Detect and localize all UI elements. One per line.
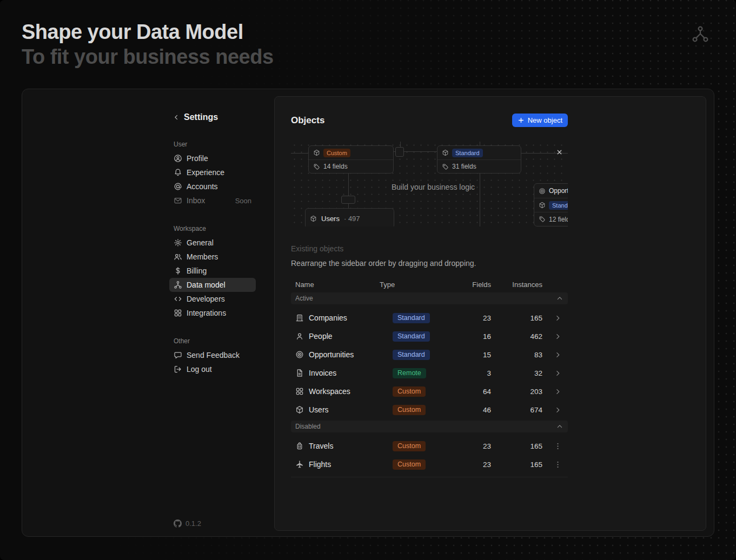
fields-count: 3 (461, 369, 493, 377)
table-group-header-disabled[interactable]: Disabled (291, 421, 568, 432)
object-row-companies[interactable]: Companies Standard 23 165 (291, 309, 568, 327)
table-header: Name Type Fields Instances (291, 278, 568, 291)
object-name: Invoices (309, 369, 336, 377)
sidebar-section-label: Other (169, 337, 256, 346)
tag-icon (442, 163, 449, 170)
sidebar-item-label: Log out (187, 365, 212, 374)
instances-count: 165 (493, 442, 545, 450)
table-group-header-active[interactable]: Active (291, 292, 568, 304)
canvas-node-custom[interactable]: Custom 14 fields (308, 145, 394, 174)
object-row-flights[interactable]: Flights Custom 23 165 (291, 455, 568, 474)
sidebar-item-profile[interactable]: Profile (169, 151, 256, 165)
bell-icon (174, 168, 182, 177)
row-action-button[interactable] (553, 441, 562, 451)
type-badge: Standard (393, 350, 430, 360)
row-action-button[interactable] (553, 386, 562, 396)
instances-count: 203 (493, 388, 545, 396)
canvas-node-opportunities[interactable]: Opportunities Standard 12 fields (534, 183, 568, 226)
sidebar-item-label: Experience (187, 168, 224, 177)
sidebar-item-log-out[interactable]: Log out (169, 362, 256, 376)
node-row: 12 fields (534, 212, 568, 226)
objects-table: Name Type Fields Instances Active Compan… (291, 278, 568, 477)
canvas-node-users[interactable]: Users · 497 (305, 208, 394, 226)
objects-panel-content: Objects New object (275, 97, 568, 477)
building-icon (295, 314, 304, 322)
row-action-button[interactable] (553, 313, 562, 323)
chevron-left-icon (173, 114, 180, 121)
connector-port (395, 147, 404, 157)
node-row: Standard (437, 146, 521, 159)
settings-back-label: Settings (184, 112, 218, 122)
plane-icon (295, 460, 304, 469)
canvas-node-standard[interactable]: Standard 31 fields (437, 145, 521, 174)
sidebar-item-label: Inbox (187, 196, 205, 205)
row-action-button[interactable] (553, 350, 562, 359)
object-row-invoices[interactable]: Invoices Remote 3 32 (291, 364, 568, 382)
plus-icon (518, 117, 525, 124)
object-row-workspaces[interactable]: Workspaces Custom 64 203 (291, 382, 568, 401)
row-action-button[interactable] (553, 331, 562, 341)
custom-badge: Custom (323, 149, 350, 157)
node-row: Custom (309, 146, 393, 159)
object-row-users[interactable]: Users Custom 46 674 (291, 401, 568, 419)
sidebar-item-send-feedback[interactable]: Send Feedback (169, 348, 256, 362)
chevron-up-icon (556, 423, 563, 430)
object-row-travels[interactable]: Travels Custom 23 165 (291, 437, 568, 455)
instances-count: 32 (493, 369, 545, 377)
tag-icon (313, 163, 320, 170)
sidebar-item-developers[interactable]: Developers (169, 292, 256, 306)
type-badge: Standard (393, 331, 430, 342)
sidebar-item-billing[interactable]: Billing (169, 264, 256, 278)
data-model-canvas[interactable]: Custom 14 fields Standard (291, 142, 568, 226)
fields-label: 14 fields (323, 163, 348, 170)
settings-back-button[interactable]: Settings (169, 111, 256, 123)
group-label: Active (295, 295, 313, 302)
row-action-button[interactable] (553, 405, 562, 415)
fields-count: 23 (461, 314, 493, 322)
hero: Shape your Data Model To fit your busine… (22, 19, 274, 69)
existing-objects-description: Rearrange the sidebar order by dragging … (291, 259, 568, 268)
sidebar-item-label: Members (187, 252, 218, 261)
tag-icon (539, 216, 546, 223)
hierarchy-icon (174, 281, 182, 289)
instances-count: 83 (493, 351, 545, 359)
standard-badge: Standard (549, 201, 568, 210)
sidebar-item-label: Send Feedback (187, 351, 240, 359)
sidebar-item-general[interactable]: General (169, 236, 256, 250)
sidebar-section-user: User Profile Experience Accounts (169, 141, 256, 208)
code-icon (174, 295, 182, 303)
cube-icon (310, 215, 317, 222)
sidebar-item-integrations[interactable]: Integrations (169, 306, 256, 320)
page: Shape your Data Model To fit your busine… (0, 0, 736, 560)
sidebar-section-label: User (169, 141, 256, 149)
row-action-button[interactable] (553, 459, 562, 469)
sidebar-item-accounts[interactable]: Accounts (169, 179, 256, 194)
cube-icon (539, 202, 546, 209)
instances-count: 165 (493, 314, 545, 322)
sidebar-item-data-model[interactable]: Data model (169, 278, 256, 292)
apps-icon (295, 387, 304, 396)
canvas-close-button[interactable] (554, 147, 564, 157)
type-badge: Standard (393, 313, 430, 323)
fields-label: 31 fields (452, 163, 476, 170)
new-object-button[interactable]: New object (512, 114, 568, 127)
page-subtitle: To fit your business needs (22, 44, 274, 69)
sidebar-item-label: Profile (187, 154, 208, 163)
row-action-button[interactable] (553, 368, 562, 378)
at-icon (174, 182, 182, 191)
sidebar-item-inbox[interactable]: Inbox Soon (169, 194, 256, 208)
object-row-opportunities[interactable]: Opportunities Standard 15 83 (291, 345, 568, 364)
sidebar-item-members[interactable]: Members (169, 250, 256, 264)
fields-count: 16 (461, 332, 493, 341)
object-row-people[interactable]: People Standard 16 462 (291, 327, 568, 345)
chevron-right-icon (554, 369, 562, 377)
node-name: Users (321, 215, 340, 223)
github-icon (174, 519, 182, 528)
person-icon (295, 332, 304, 341)
node-name: Opportunities (549, 187, 568, 195)
data-model-logo-icon (691, 25, 710, 43)
dots-vertical-icon (554, 442, 562, 450)
sidebar-item-experience[interactable]: Experience (169, 165, 256, 179)
chevron-right-icon (554, 406, 562, 414)
column-name: Name (291, 281, 375, 289)
